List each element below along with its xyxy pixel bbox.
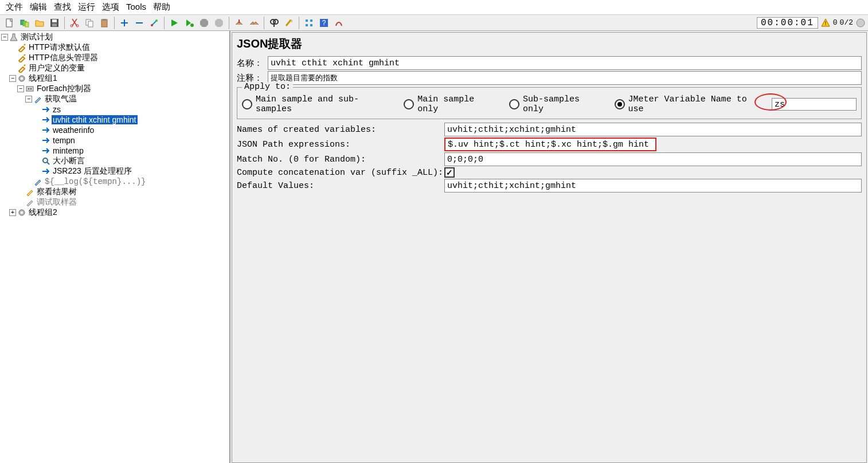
tree-selected-extractor[interactable]: uvhit cthit xchint gmhint [0,115,229,125]
menu-tools[interactable]: Tools [124,1,148,13]
menu-help[interactable]: 帮助 [151,1,173,13]
apply-to-radios: Main sample and sub-samples Main sample … [242,95,857,114]
menu-run[interactable]: 运行 [76,1,97,13]
tree-jsr223[interactable]: JSR223 后置处理程序 [0,166,229,176]
shutdown-icon[interactable] [212,16,226,30]
tree-view-results[interactable]: 察看结果树 [0,187,229,197]
tree-foreach[interactable]: − ForEach控制器 [0,84,229,94]
arrow-right-icon [41,146,50,155]
collapse-toggle-icon[interactable]: − [1,34,8,41]
svg-point-32 [43,158,48,163]
input-match-no[interactable] [444,152,862,166]
clear-icon[interactable] [232,16,246,30]
tree-size-assertion[interactable]: 大小断言 [0,156,229,166]
input-default[interactable] [444,179,862,193]
name-input[interactable] [268,56,862,70]
wrench-icon [17,43,26,52]
jmeter-var-input[interactable] [772,98,857,111]
label-match-no: Match No. (0 for Random): [237,155,444,164]
function-helper-icon[interactable] [302,16,316,30]
tree-label: zs [52,105,62,114]
menu-search[interactable]: 查找 [52,1,73,13]
svg-rect-5 [52,19,57,22]
radio-label: Main sample only [417,95,500,114]
start-no-pause-icon[interactable] [182,16,196,30]
tree-weatherinfo[interactable]: weatherinfo [0,125,229,135]
row-concat: Compute concatenation var (suffix _ALL):… [237,167,862,178]
svg-rect-10 [88,21,93,27]
collapse-icon[interactable] [132,16,146,30]
tree-get-temp[interactable]: − 获取气温 [0,94,229,104]
start-icon[interactable] [167,16,181,30]
copy-icon[interactable] [83,16,96,30]
new-icon[interactable] [3,16,17,30]
expand-toggle-icon[interactable]: + [9,209,16,216]
svg-rect-6 [52,23,57,26]
open-icon[interactable] [33,16,46,30]
menu-options[interactable]: 选项 [100,1,122,13]
svg-rect-29 [26,87,33,91]
svg-rect-21 [306,24,308,26]
menu-edit[interactable]: 编辑 [28,1,49,13]
collapse-toggle-icon[interactable]: − [25,96,32,103]
tree-mintemp[interactable]: mintemp [0,146,229,156]
radio-label: Main sample and sub-samples [256,95,394,114]
templates-icon[interactable] [18,16,32,30]
tree-label: JSR223 后置处理程序 [52,166,133,176]
tree-label: weatherinfo [52,125,95,135]
svg-rect-3 [25,22,29,27]
tree-thread-group-1[interactable]: − 线程组1 [0,73,229,84]
tree-http-header[interactable]: HTTP信息头管理器 [0,53,229,63]
radio-jmeter-var[interactable] [615,99,625,109]
search-icon[interactable] [267,16,281,30]
tree-log-expr[interactable]: ${__log(${tempn}...)} [0,176,229,187]
wrench-icon [17,64,26,73]
tree-debug-sampler[interactable]: 调试取样器 [0,197,229,207]
tree-http-defaults[interactable]: HTTP请求默认值 [0,42,229,53]
tree-label: 调试取样器 [36,197,78,207]
tree-thread-group-2[interactable]: + 线程组2 [0,207,229,218]
radio-main-only[interactable] [404,99,414,109]
menu-file[interactable]: 文件 [3,1,25,13]
pipette-icon [33,177,42,186]
arrow-right-icon [41,105,50,114]
row-json-path: JSON Path expressions: [237,138,862,151]
radio-sub-only[interactable] [509,99,519,109]
tree-test-plan[interactable]: − 测试计划 [0,32,229,42]
stop-icon[interactable] [197,16,211,30]
cut-icon[interactable] [68,16,81,30]
tree-zs[interactable]: zs [0,104,229,115]
arrow-right-icon [41,115,50,124]
input-json-path[interactable] [444,138,656,151]
svg-point-13 [151,24,153,26]
radio-main-and-sub[interactable] [242,99,252,109]
tree-panel[interactable]: − 测试计划 HTTP请求默认值 HTTP信息头管理器 用户定义的变量 − 线程… [0,31,230,463]
arrow-right-icon [41,167,50,176]
warning-icon[interactable]: ! [820,18,831,28]
toggle-icon[interactable] [147,16,161,30]
tree-label: uvhit cthit xchint gmhint [52,115,138,124]
clear-all-icon[interactable] [247,16,261,30]
reset-search-icon[interactable] [282,16,296,30]
save-icon[interactable] [48,16,61,30]
input-var-names[interactable] [444,123,862,136]
svg-point-30 [28,88,30,90]
paste-icon[interactable] [97,16,111,30]
collapse-toggle-icon[interactable]: − [9,75,16,82]
collapse-toggle-icon[interactable]: − [17,85,24,92]
tree-label: 用户定义的变量 [28,63,86,73]
name-row: 名称： [237,56,862,70]
checkbox-concat[interactable]: ✓ [444,167,455,178]
expand-icon[interactable] [118,16,131,30]
toolbar: ? 00:00:01 ! 0 0/2 [0,15,868,31]
tree-tempn[interactable]: tempn [0,135,229,146]
comment-input[interactable] [268,71,862,85]
svg-rect-20 [310,19,312,22]
tree-user-vars[interactable]: 用户定义的变量 [0,63,229,73]
gear-icon [17,74,26,83]
pipette-icon [33,95,42,104]
tree-label: ForEach控制器 [36,84,92,94]
jmeter-icon[interactable] [332,16,346,30]
help-icon[interactable]: ? [317,16,331,30]
arrow-right-icon [41,136,50,145]
